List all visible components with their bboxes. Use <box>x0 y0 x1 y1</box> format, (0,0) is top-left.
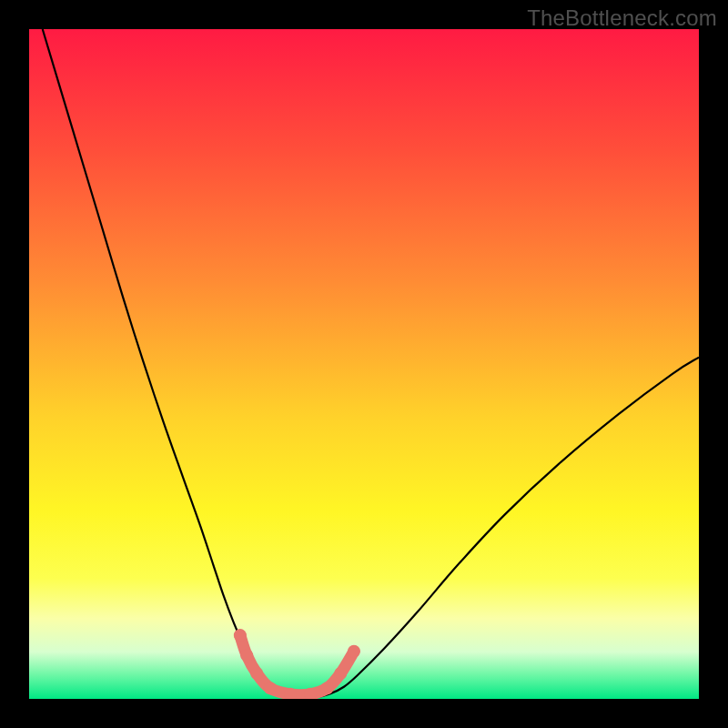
bottleneck-chart <box>29 29 699 699</box>
marker-dot <box>321 682 334 694</box>
marker-dot <box>234 629 247 642</box>
chart-plot-area <box>29 29 699 699</box>
marker-dot <box>250 667 263 680</box>
marker-dot <box>264 682 277 694</box>
marker-dot <box>240 649 253 662</box>
chart-background-gradient <box>29 29 699 699</box>
marker-dot <box>334 667 347 680</box>
watermark-text: TheBottleneck.com <box>527 5 717 31</box>
marker-dot <box>348 645 360 658</box>
